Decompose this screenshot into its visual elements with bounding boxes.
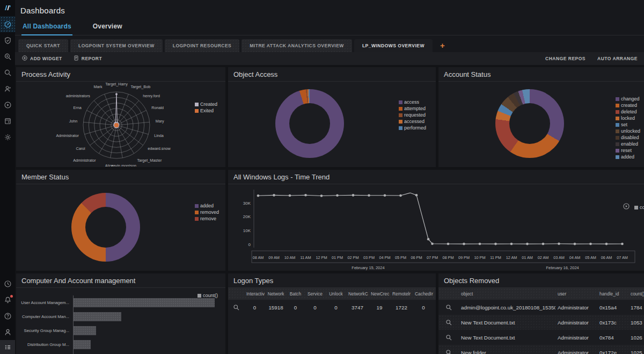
row-search-icon[interactable]	[438, 334, 459, 341]
legend-swatch	[634, 206, 638, 209]
legend-item: reset	[616, 147, 640, 154]
sidebar-item-search[interactable]	[0, 64, 15, 81]
legend-swatch	[399, 126, 402, 130]
legend-swatch	[616, 149, 619, 153]
legend-swatch	[399, 113, 402, 117]
dashboard-tab-mitre-attack-analytics-overview[interactable]: MITRE ATTACK ANALYTICS OVERVIEW	[241, 39, 352, 52]
tab-all-dashboards[interactable]: All Dashboards	[21, 23, 72, 35]
legend-item: requested	[399, 112, 426, 118]
svg-text:Target_Master: Target_Master	[137, 158, 162, 163]
legend-swatch	[616, 129, 619, 133]
search-icon	[4, 69, 12, 77]
account-status-donut-chart[interactable]	[495, 89, 564, 158]
column-header: Network	[265, 291, 287, 297]
sidebar-item-playbooks[interactable]	[0, 97, 15, 113]
process-activity-radar-chart[interactable]: Target_HarryTarget_Bobhenry.fordRonaldMa…	[16, 82, 223, 167]
svg-text:gavin.morrison: gavin.morrison	[111, 163, 136, 167]
time-trend-line-chart[interactable]: 010K20K30K08 AM09 AM10 AM11 AM12 PM01 PM…	[232, 184, 644, 271]
bar-track	[73, 323, 222, 337]
table-row[interactable]: New Text Document.txtAdministrator0x173c…	[438, 315, 644, 330]
bar-track	[73, 337, 222, 351]
column-header: CachedIr	[413, 291, 434, 297]
table-cell: 3747	[346, 305, 369, 310]
table-row[interactable]: New folderAdministrator0x172e1025	[438, 345, 644, 354]
sidebar-item-menu[interactable]	[0, 340, 15, 354]
object-access-donut-chart[interactable]	[275, 89, 344, 158]
time-trend-legend: count()	[634, 205, 644, 210]
bar[interactable]	[74, 326, 96, 335]
widget-title: Objects Removed	[438, 273, 644, 288]
row-search-icon[interactable]	[228, 304, 244, 311]
svg-text:12 AM: 12 AM	[506, 255, 517, 260]
dashboard-tab-logpoint-system-overview[interactable]: LOGPOINT SYSTEM OVERVIEW	[70, 39, 163, 52]
widget-process-activity: Process Activity Target_HarryTarget_Bobh…	[16, 67, 225, 167]
sidebar-item-hunt[interactable]	[0, 48, 15, 64]
legend-swatch	[616, 123, 619, 127]
sidebar-item-profile[interactable]	[0, 324, 15, 340]
member-status-donut-chart[interactable]	[71, 193, 140, 262]
sidebar-item-notifications[interactable]	[0, 292, 15, 308]
change-repos-button[interactable]: CHANGE REPOS	[545, 56, 586, 61]
logon-types-table: InteractivNetworkBatchServiceUnlockNetwo…	[228, 288, 436, 315]
row-search-icon[interactable]	[438, 349, 459, 354]
table-cell: 1784	[628, 305, 644, 310]
dashboard-tab-logpoint-resources[interactable]: LOGPOINT RESOURCES	[165, 39, 240, 52]
play-circle-icon[interactable]	[623, 203, 630, 212]
sidebar-item-compliance[interactable]	[0, 32, 15, 48]
tab-overview[interactable]: Overview	[92, 23, 123, 35]
legend-label: accessed	[404, 118, 425, 125]
title-bar: Dashboards	[15, 0, 644, 20]
widget-grid: Process Activity Target_HarryTarget_Bobh…	[15, 65, 644, 354]
row-search-icon[interactable]	[438, 319, 459, 326]
svg-text:11 AM: 11 AM	[300, 255, 311, 260]
objects-removed-table: objectuserhandle_idcount()admin@logpoint…	[438, 288, 644, 354]
sidebar-item-settings[interactable]	[0, 129, 15, 145]
bar[interactable]	[74, 340, 91, 349]
table-row[interactable]: 01591800037471917220	[228, 300, 436, 315]
svg-text:02 AM: 02 AM	[538, 255, 549, 260]
sidebar-item-reports[interactable]	[0, 113, 15, 129]
legend-label: unlocked	[621, 128, 640, 134]
table-cell: 0x172e	[597, 350, 628, 354]
row-search-icon[interactable]	[438, 304, 459, 311]
legend-swatch	[399, 107, 402, 111]
table-row[interactable]: admin@logpoint.co.uk_20180108_153503.pdf…	[438, 300, 644, 315]
add-widget-button[interactable]: ADD WIDGET	[21, 55, 62, 62]
dashboard-tab-quick-start[interactable]: QUICK START	[18, 39, 68, 52]
sidebar-item-help[interactable]	[0, 308, 15, 324]
bar-label: Computer Account Man...	[20, 314, 73, 319]
widget-title: Member Status	[16, 170, 225, 184]
bar[interactable]	[74, 298, 215, 307]
add-dashboard-button[interactable]: +	[435, 40, 450, 52]
report-button[interactable]: REPORT	[73, 55, 102, 62]
table-cell: 0	[326, 305, 346, 310]
legend-item: remove	[195, 215, 219, 222]
legend-swatch	[616, 136, 619, 140]
svg-text:01 AM: 01 AM	[522, 255, 533, 260]
table-header-row: objectuserhandle_idcount()	[438, 288, 644, 300]
widget-title: All Windows Logs - Time Trend	[228, 170, 644, 184]
legend-item: created	[616, 102, 640, 109]
auto-arrange-button[interactable]: AUTO ARRANGE	[597, 56, 638, 61]
legend-item: access	[399, 99, 426, 105]
account-status-legend: changedcreateddeletedlockedsetunlockeddi…	[616, 96, 640, 160]
radar-legend: CreatedExited	[195, 101, 217, 114]
bar[interactable]	[74, 312, 121, 321]
table-row[interactable]: New Text Document.txtAdministrator0x7841…	[438, 330, 644, 345]
table-cell: 0	[304, 305, 326, 310]
widget-toolbar: ADD WIDGET REPORT CHANGE REPOS AUTO ARRA…	[15, 52, 644, 65]
member-status-legend: addedremovedremove	[195, 203, 219, 222]
object-access-legend: accessattemptedrequestedaccessedperforme…	[399, 99, 426, 131]
column-header: count()	[628, 291, 644, 297]
svg-text:Carol: Carol	[76, 146, 86, 151]
svg-text:05 PM: 05 PM	[395, 255, 406, 260]
dashboard-tab-lp-windows-overview[interactable]: LP_WINDOWS OVERVIEW	[354, 39, 433, 52]
profile-icon	[4, 328, 12, 336]
sidebar-item-history[interactable]	[0, 276, 15, 292]
svg-text:0: 0	[248, 242, 251, 247]
sidebar-item-dashboards[interactable]	[0, 16, 15, 32]
sidebar-item-user-access[interactable]	[0, 81, 15, 97]
svg-text:Linda: Linda	[154, 133, 164, 138]
table-cell: 0	[244, 305, 265, 310]
table-cell: New Text Document.txt	[459, 320, 555, 326]
